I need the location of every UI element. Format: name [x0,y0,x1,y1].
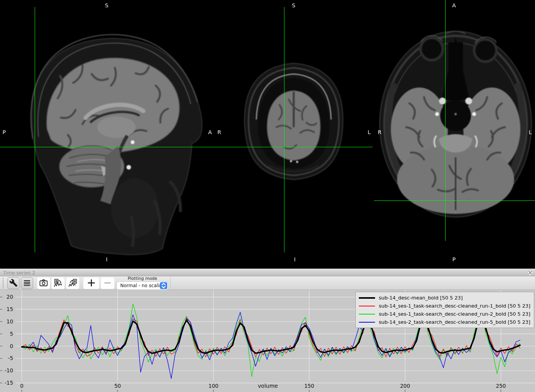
time-series-panel: Time series 2 Plotting mode Normal - no … [0,269,535,392]
sagittal-label-anterior: A [208,129,212,135]
x-tick-label: 50 [114,383,121,389]
legend-line-swatch [359,297,375,299]
legend-label: sub-14_ses-1_task-search_desc-cleaned_ru… [379,311,530,317]
legend-line-swatch [359,314,375,315]
axial-crosshair-vertical [445,0,446,241]
import-data-series-button[interactable] [51,277,65,289]
x-tick-label: 250 [496,383,506,389]
axial-label-right: R [378,129,382,135]
coronal-crosshair-vertical [284,7,284,252]
plus-icon [86,278,97,288]
toolbar-drag-handle[interactable] [2,278,4,288]
ortho-view-area: S I P A S I R L A P R L [0,0,535,269]
coronal-label-superior: S [292,2,295,8]
y-tick-label: 20 [7,294,13,300]
add-data-series-button[interactable] [83,277,99,289]
time-series-toolbar: Plotting mode Normal - no scaling/offs..… [0,276,535,290]
legend-label: sub-14_ses-2_task-search_desc-cleaned_ru… [379,319,530,325]
sagittal-label-superior: S [105,2,108,8]
fsleyes-window: S I P A S I R L A P R L Time series 2 Pl… [0,0,535,392]
x-tick-label: 0 [20,383,24,389]
plotting-mode-group: Plotting mode Normal - no scaling/offs..… [116,276,168,290]
sagittal-label-inferior: I [106,256,108,262]
export-data-series-button[interactable] [66,277,79,289]
minus-icon [103,278,113,288]
time-series-titlebar[interactable]: Time series 2 [0,269,535,276]
axial-canvas[interactable] [374,0,535,269]
axial-label-left: L [529,129,532,135]
x-axis-label: volume [258,383,278,389]
plotting-mode-value: Normal - no scaling/offs... [120,283,160,288]
x-tick-label: 150 [304,383,314,389]
y-tick-label: 5 [10,331,13,337]
coronal-crosshair-horizontal [215,147,373,147]
remove-data-series-button [101,277,114,289]
coronal-label-left: L [368,129,371,135]
y-tick-label: -15 [5,380,13,386]
list-icon [23,279,31,287]
x-tick-label: 200 [400,383,410,389]
legend-label: sub-14_desc-mean_bold [50 5 23] [379,295,463,301]
plotting-mode-select[interactable]: Normal - no scaling/offs... [116,281,168,290]
camera-icon [39,279,48,287]
toolbar-divider [170,277,171,289]
legend-entry-2: sub-14_ses-1_task-search_desc-cleaned_ru… [359,310,530,318]
chart-legend: sub-14_desc-mean_bold [50 5 23]sub-14_se… [355,292,534,328]
axial-brain-illustration [380,31,532,217]
y-tick-label: 0 [10,343,13,349]
panel-title: Time series 2 [3,270,35,276]
plot-settings-button[interactable] [7,277,20,289]
wrench-icon [9,279,18,287]
plot-control-list-button[interactable] [21,277,33,289]
coronal-canvas[interactable] [215,0,373,269]
coronal-brain-illustration [244,63,343,180]
y-tick-label: 15 [7,306,13,312]
import-plot-icon [53,278,63,288]
y-tick-label: -5 [8,355,13,361]
legend-line-swatch [359,306,375,306]
legend-entry-0: sub-14_desc-mean_bold [50 5 23] [359,294,530,302]
axial-label-posterior: P [453,256,456,262]
legend-line-swatch [359,322,375,323]
legend-entry-1: sub-14_ses-1_task-search_desc-cleaned_ru… [359,302,530,310]
legend-entry-3: sub-14_ses-2_task-search_desc-cleaned_ru… [359,318,530,326]
close-panel-button[interactable] [527,270,533,276]
y-tick-label: -10 [5,367,13,373]
export-plot-icon [68,278,77,288]
axial-crosshair-horizontal [374,200,535,201]
legend-label: sub-14_ses-1_task-search_desc-cleaned_ru… [379,303,530,309]
sagittal-crosshair-vertical [35,7,35,252]
sagittal-brain-illustration [31,35,202,255]
screenshot-button[interactable] [37,277,50,289]
coronal-label-right: R [217,129,221,135]
x-tick-label: 100 [209,383,219,389]
y-tick-label: 10 [7,318,13,325]
sagittal-canvas[interactable] [0,0,215,269]
close-icon [528,271,532,274]
plotting-mode-label: Plotting mode [128,276,157,281]
axial-label-anterior: A [452,2,456,8]
dropdown-stepper-icon [160,282,167,289]
coronal-label-inferior: I [294,256,296,262]
time-series-plot-area[interactable]: 20151050-5-10-15050100150200250volume su… [0,290,535,392]
sagittal-label-posterior: P [3,129,6,135]
sagittal-crosshair-horizontal [0,147,215,147]
